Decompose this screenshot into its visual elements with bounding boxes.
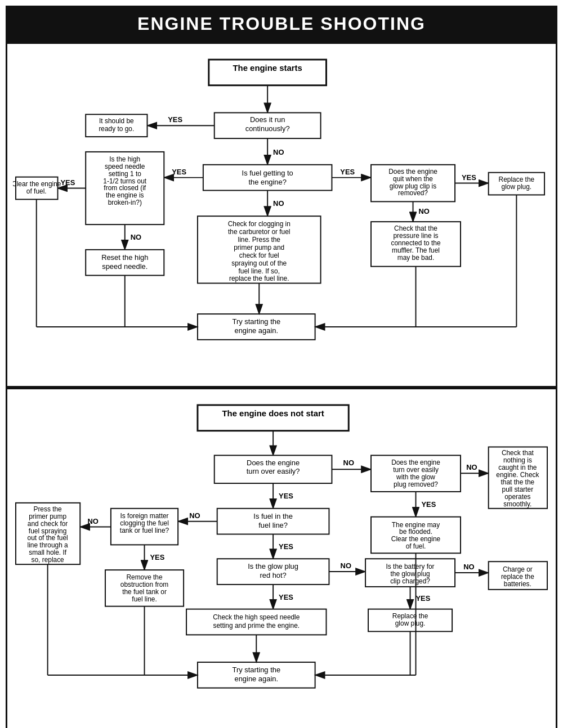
svg-text:YES: YES xyxy=(168,115,182,124)
svg-text:YES: YES xyxy=(60,178,75,187)
svg-text:broken-in?): broken-in?) xyxy=(108,199,142,206)
svg-text:fuel spraying: fuel spraying xyxy=(29,527,67,535)
flowchart-no-start: The engine does not start Does the engin… xyxy=(13,399,550,728)
svg-text:Does the engine: Does the engine xyxy=(247,459,300,468)
svg-text:red hot?: red hot? xyxy=(260,571,286,579)
svg-text:engine. Check: engine. Check xyxy=(496,471,539,479)
svg-text:Is fuel getting to: Is fuel getting to xyxy=(242,169,293,177)
svg-text:Check the high speed needle: Check the high speed needle xyxy=(213,613,300,621)
svg-text:NO: NO xyxy=(341,561,351,570)
svg-text:Is fuel in the: Is fuel in the xyxy=(253,512,293,520)
svg-text:the engine?: the engine? xyxy=(248,178,286,186)
svg-text:NO: NO xyxy=(466,464,477,472)
svg-text:out of the fuel: out of the fuel xyxy=(28,534,68,542)
svg-text:NO: NO xyxy=(463,563,474,571)
svg-text:Press the: Press the xyxy=(33,505,62,513)
svg-text:with the glow: with the glow xyxy=(396,473,435,481)
svg-text:from closed (if: from closed (if xyxy=(104,184,146,192)
svg-text:Is foreign matter: Is foreign matter xyxy=(120,512,169,520)
svg-text:replace the: replace the xyxy=(501,573,534,581)
svg-text:Replace the: Replace the xyxy=(392,612,428,620)
page-title: ENGINE TROUBLE SHOOTING xyxy=(6,6,557,42)
svg-text:engine again.: engine again. xyxy=(235,326,279,335)
svg-text:NO: NO xyxy=(418,207,429,215)
svg-text:pull starter: pull starter xyxy=(502,486,534,493)
svg-text:Does it run: Does it run xyxy=(250,115,285,124)
svg-text:YES: YES xyxy=(421,500,436,509)
svg-text:spraying out of the: spraying out of the xyxy=(231,259,287,267)
svg-text:the carburetor or fuel: the carburetor or fuel xyxy=(228,228,291,236)
svg-text:YES: YES xyxy=(462,173,476,182)
svg-text:Charge or: Charge or xyxy=(503,565,533,573)
svg-text:speed needle.: speed needle. xyxy=(102,262,148,271)
svg-text:quit when the: quit when the xyxy=(393,175,433,183)
svg-text:replace the fuel line.: replace the fuel line. xyxy=(229,275,289,282)
svg-text:YES: YES xyxy=(279,543,293,551)
svg-text:the engine is: the engine is xyxy=(106,191,144,199)
svg-text:turn over easily?: turn over easily? xyxy=(247,468,300,476)
svg-text:that the the: that the the xyxy=(501,478,535,486)
svg-text:Check that the: Check that the xyxy=(394,224,437,232)
svg-text:NO: NO xyxy=(131,233,141,241)
svg-text:Does the engine: Does the engine xyxy=(388,168,437,176)
svg-text:ready to go.: ready to go. xyxy=(99,125,134,133)
svg-text:of fuel.: of fuel. xyxy=(26,187,47,195)
svg-text:obstruction from: obstruction from xyxy=(120,581,168,588)
svg-text:primer pump: primer pump xyxy=(29,513,66,520)
svg-text:1-1/2 turns out: 1-1/2 turns out xyxy=(103,177,146,185)
svg-text:and check for: and check for xyxy=(28,520,68,528)
svg-text:glow plug clip is: glow plug clip is xyxy=(390,182,436,190)
svg-text:YES: YES xyxy=(279,593,293,601)
svg-text:The engine may: The engine may xyxy=(392,521,440,529)
svg-text:Clear the engine: Clear the engine xyxy=(391,536,441,543)
page: ENGINE TROUBLE SHOOTING The engine start… xyxy=(0,0,563,728)
svg-text:muffler. The fuel: muffler. The fuel xyxy=(392,246,440,254)
svg-text:line through a: line through a xyxy=(28,542,69,550)
svg-text:NO: NO xyxy=(273,199,284,208)
svg-text:Is the battery for: Is the battery for xyxy=(386,563,435,570)
svg-text:of fuel.: of fuel. xyxy=(406,543,426,551)
svg-text:NO: NO xyxy=(343,459,354,468)
svg-text:The engine does not start: The engine does not start xyxy=(222,409,324,418)
svg-text:so, replace: so, replace xyxy=(31,556,64,564)
svg-text:clogging the fuel: clogging the fuel xyxy=(120,519,169,527)
svg-text:Clear the engine: Clear the engine xyxy=(13,180,61,188)
svg-text:YES: YES xyxy=(172,168,186,176)
svg-text:setting 1 to: setting 1 to xyxy=(109,170,142,178)
svg-text:primer pump and: primer pump and xyxy=(234,244,284,251)
svg-text:check for fuel: check for fuel xyxy=(239,251,279,259)
svg-text:fuel line.: fuel line. xyxy=(132,595,157,603)
svg-text:setting and prime the engine.: setting and prime the engine. xyxy=(213,622,300,630)
svg-text:Try starting the: Try starting the xyxy=(232,317,280,326)
svg-text:YES: YES xyxy=(279,492,293,500)
svg-text:connected to the: connected to the xyxy=(391,239,440,247)
svg-text:Remove the: Remove the xyxy=(126,573,163,581)
svg-text:small hole. If: small hole. If xyxy=(29,549,67,557)
svg-text:fuel line. If so,: fuel line. If so, xyxy=(239,267,280,275)
svg-text:Try starting the: Try starting the xyxy=(232,666,280,674)
svg-text:line. Press the: line. Press the xyxy=(238,236,281,244)
svg-text:operates: operates xyxy=(504,493,530,501)
svg-text:Check that: Check that xyxy=(502,450,534,457)
svg-text:glow plug.: glow plug. xyxy=(395,620,426,628)
svg-text:the glow plug: the glow plug xyxy=(390,570,430,578)
svg-text:The engine starts: The engine starts xyxy=(233,64,302,73)
svg-text:Reset the high: Reset the high xyxy=(101,253,148,262)
svg-text:It should be: It should be xyxy=(99,117,134,125)
svg-text:YES: YES xyxy=(150,554,164,562)
svg-text:Is the glow plug: Is the glow plug xyxy=(248,562,298,570)
flowchart-starts: The engine starts Does it run continuous… xyxy=(13,54,550,378)
svg-text:the fuel tank or: the fuel tank or xyxy=(122,588,167,596)
section-engine-starts: The engine starts Does it run continuous… xyxy=(6,42,557,388)
svg-text:caught in the: caught in the xyxy=(498,464,537,472)
svg-text:batteries.: batteries. xyxy=(504,580,531,588)
svg-text:glow plug.: glow plug. xyxy=(502,183,532,191)
svg-text:nothing is: nothing is xyxy=(503,457,532,465)
svg-text:fuel line?: fuel line? xyxy=(258,521,288,529)
svg-text:Replace the: Replace the xyxy=(499,176,535,183)
svg-text:may be bad.: may be bad. xyxy=(397,254,435,262)
svg-text:pressure line is: pressure line is xyxy=(393,232,438,240)
svg-text:be flooded.: be flooded. xyxy=(399,528,432,536)
svg-text:plug removed?: plug removed? xyxy=(394,480,438,488)
svg-text:NO: NO xyxy=(87,517,98,525)
